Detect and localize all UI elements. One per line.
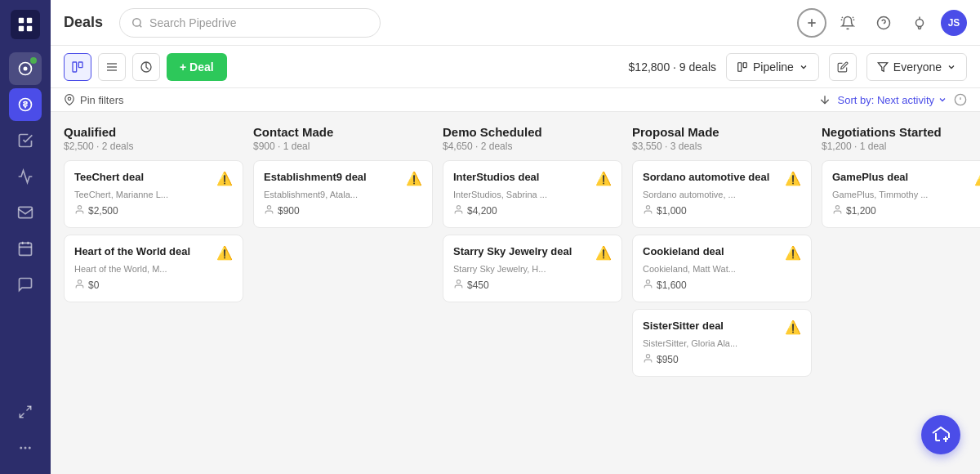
- column-qualified: Qualified$2,500 · 2 dealsTeeChert deal⚠️…: [64, 125, 243, 461]
- filter-icon: [877, 61, 889, 73]
- person-icon: [264, 204, 274, 217]
- card-title: Heart of the World deal: [74, 245, 213, 259]
- help-button[interactable]: [869, 8, 898, 38]
- ideas-button[interactable]: [905, 8, 934, 38]
- deal-card[interactable]: Heart of the World deal⚠️Heart of the Wo…: [64, 235, 243, 302]
- svg-rect-1: [27, 18, 32, 23]
- person-icon: [74, 204, 85, 217]
- column-header-demo-scheduled: Demo Scheduled$4,650 · 2 deals: [443, 125, 622, 152]
- svg-point-34: [78, 206, 81, 209]
- deal-card[interactable]: Establishment9 deal⚠️Establishment9, Ata…: [253, 160, 433, 228]
- card-title: Cookieland deal: [643, 245, 782, 259]
- column-title: Contact Made: [253, 125, 433, 139]
- warning-icon: ⚠️: [216, 171, 233, 186]
- sidebar-item-mail[interactable]: [9, 196, 42, 229]
- sidebar: [0, 0, 51, 474]
- svg-rect-0: [19, 18, 24, 23]
- main-content: Deals Search Pipedrive: [51, 0, 980, 474]
- topnav: Deals Search Pipedrive: [51, 0, 980, 46]
- sidebar-item-deals[interactable]: [9, 88, 42, 121]
- notifications-button[interactable]: [833, 8, 862, 38]
- sidebar-item-home[interactable]: [9, 52, 42, 85]
- deal-card[interactable]: InterStudios deal⚠️InterStudios, Sabrina…: [443, 160, 622, 228]
- sidebar-item-expand[interactable]: [9, 396, 42, 428]
- card-subtitle: InterStudios, Sabrina ...: [453, 190, 612, 199]
- svg-rect-21: [78, 62, 82, 68]
- svg-rect-26: [738, 62, 742, 71]
- card-subtitle: Establishment9, Atala...: [264, 190, 422, 199]
- pin-filters[interactable]: Pin filters: [64, 94, 123, 106]
- svg-point-5: [24, 67, 28, 71]
- svg-line-9: [27, 406, 31, 410]
- column-header-negotiations-started: Negotiations Started$1,200 · 1 deal: [822, 125, 980, 152]
- pipeline-icon: [737, 61, 748, 73]
- chevron-down-icon-2: [947, 62, 956, 72]
- deal-card[interactable]: Starry Sky Jewelry deal⚠️Starry Sky Jewe…: [443, 235, 622, 302]
- info-icon[interactable]: [954, 93, 967, 106]
- card-title: Sordano automotive deal: [643, 171, 782, 185]
- svg-point-11: [20, 447, 22, 449]
- filter-right: Sort by: Next activity: [818, 93, 967, 106]
- chevron-down-icon: [799, 62, 808, 72]
- sidebar-item-leads[interactable]: [9, 124, 42, 157]
- card-value: $900: [264, 204, 422, 217]
- sort-arrows-icon[interactable]: [818, 93, 831, 106]
- edit-pipeline-button[interactable]: [829, 53, 857, 81]
- card-subtitle: Sordano automotive, ...: [643, 190, 801, 199]
- kanban-view-button[interactable]: [64, 53, 91, 81]
- person-icon: [832, 204, 843, 217]
- sidebar-item-campaigns[interactable]: [9, 160, 42, 193]
- notification-dot: [30, 57, 37, 64]
- add-button[interactable]: [797, 8, 826, 38]
- warning-icon: ⚠️: [785, 245, 801, 261]
- floating-help-button[interactable]: [921, 415, 960, 454]
- everyone-filter-button[interactable]: Everyone: [866, 53, 967, 81]
- warning-icon: ⚠️: [785, 320, 801, 335]
- column-title: Negotiations Started: [822, 125, 980, 139]
- deal-card[interactable]: Cookieland deal⚠️Cookieland, Matt Wat...…: [632, 235, 812, 302]
- deal-card[interactable]: TeeChert deal⚠️TeeChert, Marianne L...$2…: [64, 160, 243, 228]
- sort-button[interactable]: Sort by: Next activity: [838, 94, 947, 106]
- add-deal-button[interactable]: + Deal: [167, 53, 227, 81]
- app-logo[interactable]: [11, 10, 40, 39]
- search-bar[interactable]: Search Pipedrive: [119, 8, 381, 38]
- deals-summary: $12,800 · 9 deals: [629, 60, 716, 74]
- topnav-actions: JS: [797, 8, 967, 38]
- column-meta: $900 · 1 deal: [253, 141, 433, 152]
- column-meta: $4,650 · 2 deals: [443, 141, 622, 152]
- forecast-view-button[interactable]: [132, 53, 160, 81]
- person-icon: [643, 204, 653, 217]
- card-value: $4,200: [453, 204, 612, 217]
- deal-card[interactable]: SisterSitter deal⚠️SisterSitter, Gloria …: [632, 309, 812, 377]
- card-title: Establishment9 deal: [264, 171, 403, 185]
- svg-rect-7: [19, 207, 33, 217]
- column-demo-scheduled: Demo Scheduled$4,650 · 2 dealsInterStudi…: [443, 125, 622, 461]
- sidebar-item-more[interactable]: [9, 432, 42, 464]
- svg-line-10: [20, 414, 24, 418]
- user-avatar[interactable]: JS: [941, 10, 967, 36]
- sidebar-item-calendar[interactable]: [9, 232, 42, 265]
- column-header-qualified: Qualified$2,500 · 2 deals: [64, 125, 243, 152]
- chevron-down-icon-3: [938, 95, 947, 105]
- list-view-button[interactable]: [98, 53, 126, 81]
- column-header-proposal-made: Proposal Made$3,550 · 3 deals: [632, 125, 812, 152]
- person-icon: [643, 353, 653, 366]
- pencil-icon: [837, 61, 849, 73]
- deal-card[interactable]: Sordano automotive deal⚠️Sordano automot…: [632, 160, 812, 228]
- card-value: $1,200: [832, 204, 980, 217]
- deal-card[interactable]: GamePlus deal⚠️GamePlus, Timmothy ...$1,…: [822, 160, 980, 228]
- toolbar-right: $12,800 · 9 deals Pipeline: [629, 53, 967, 81]
- column-title: Qualified: [64, 125, 243, 139]
- svg-rect-8: [20, 243, 32, 255]
- sidebar-item-inbox[interactable]: [9, 268, 42, 301]
- svg-point-12: [24, 447, 27, 449]
- column-meta: $3,550 · 3 deals: [632, 141, 812, 152]
- svg-point-35: [78, 280, 81, 284]
- svg-point-14: [133, 18, 140, 25]
- svg-rect-2: [19, 26, 24, 31]
- svg-rect-27: [743, 62, 746, 67]
- pipeline-button[interactable]: Pipeline: [726, 53, 819, 81]
- kanban-board: Qualified$2,500 · 2 dealsTeeChert deal⚠️…: [51, 112, 980, 474]
- column-title: Demo Scheduled: [443, 125, 622, 139]
- column-meta: $2,500 · 2 deals: [64, 141, 243, 152]
